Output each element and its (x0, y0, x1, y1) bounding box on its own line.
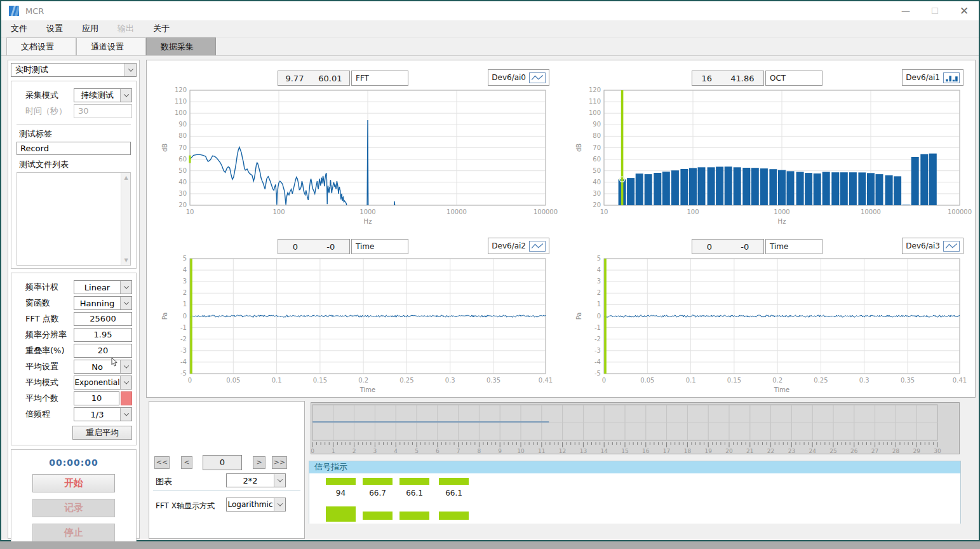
fft-chart-type-box[interactable]: FFT (351, 71, 408, 86)
sidebar: 实时测试 采集模式 持续测试 时间（秒） 30 测试标签 Record (8, 60, 140, 539)
svg-text:50: 50 (593, 167, 601, 174)
time3-chart-type-box[interactable]: Time (765, 239, 822, 254)
record-button: 记录 (32, 499, 115, 517)
chevron-down-icon[interactable] (120, 297, 131, 309)
chevron-down-icon[interactable] (120, 281, 131, 294)
svg-text:11: 11 (538, 448, 545, 454)
freq-weighting-select[interactable]: Linear (74, 280, 132, 294)
time3-cursor-readout: 0 -0 (692, 239, 764, 254)
signal-indicator-panel: 信号指示 94 66.7 66.1 66.1 (309, 461, 961, 524)
svg-text:100: 100 (175, 109, 187, 116)
test-file-list[interactable]: ▲ ▼ (17, 172, 131, 266)
test-label-input[interactable]: Record (17, 142, 131, 155)
chevron-down-icon[interactable] (120, 408, 131, 421)
octave-label: 倍频程 (15, 409, 74, 420)
fft-cursor-readout: 9.77 60.01 (278, 71, 350, 86)
scroll-down-icon[interactable]: ▼ (121, 255, 131, 265)
tab-document-settings[interactable]: 文档设置 (6, 37, 76, 55)
time2-plot[interactable]: -5-4-3-2-101234500.050.10.150.20.250.30.… (147, 255, 561, 396)
close-button[interactable]: ✕ (950, 1, 979, 20)
average-mode-select[interactable]: Exponential (74, 376, 132, 390)
menu-item-about[interactable]: 关于 (144, 20, 179, 37)
chevron-down-icon[interactable] (274, 474, 285, 487)
scroll-up-icon[interactable]: ▲ (121, 173, 131, 182)
file-list-scrollbar[interactable]: ▲ ▼ (121, 173, 130, 265)
fft-points-label: FFT 点数 (15, 313, 74, 325)
chart-layout-select[interactable]: 2*2 (226, 473, 286, 487)
svg-text:10000: 10000 (446, 208, 467, 215)
average-count-input[interactable]: 10 (74, 391, 119, 405)
svg-text:0.05: 0.05 (640, 377, 654, 384)
fft-xaxis-select[interactable]: Logarithmic (226, 498, 286, 512)
menu-item-file[interactable]: 文件 (1, 20, 37, 37)
menu-item-application[interactable]: 应用 (72, 20, 108, 37)
svg-text:10: 10 (186, 208, 194, 215)
svg-text:0.25: 0.25 (399, 377, 413, 384)
time3-plot[interactable]: -5-4-3-2-101234500.050.10.150.20.250.30.… (561, 255, 975, 396)
chevron-down-icon[interactable] (274, 498, 285, 511)
chevron-down-icon[interactable] (124, 64, 136, 76)
fft-points-input[interactable]: 25600 (74, 312, 132, 326)
page-last-button[interactable]: >> (272, 456, 287, 469)
record-timeline[interactable]: 0123456789101112131415161718192021222324… (311, 402, 960, 454)
svg-text:100000: 100000 (948, 208, 972, 215)
svg-text:14: 14 (600, 448, 608, 454)
test-label-caption: 测试标签 (15, 128, 132, 140)
oct-channel-box[interactable]: Dev6/ai1 (902, 69, 963, 86)
time2-channel-box[interactable]: Dev6/ai2 (488, 238, 549, 254)
chevron-down-icon[interactable] (120, 360, 131, 373)
restart-average-button[interactable]: 重启平均 (72, 426, 132, 440)
svg-text:90: 90 (593, 121, 601, 128)
start-button[interactable]: 开始 (32, 474, 115, 492)
acq-mode-select[interactable]: 持续测试 (74, 88, 132, 102)
page-next-button[interactable]: > (253, 456, 265, 469)
svg-text:30: 30 (934, 448, 941, 454)
svg-text:0.05: 0.05 (226, 377, 240, 384)
svg-text:10: 10 (517, 448, 525, 454)
test-mode-select[interactable]: 实时测试 (11, 63, 137, 77)
svg-text:-4: -4 (594, 358, 601, 365)
line-chart-icon (529, 72, 546, 83)
svg-text:6: 6 (436, 448, 440, 454)
svg-text:0.15: 0.15 (313, 377, 327, 384)
oct-chart-cell: 16 41.86 OCT Dev6/ai1 203040506070809010… (561, 60, 975, 229)
menu-item-settings[interactable]: 设置 (37, 20, 72, 37)
signal-activity-bar (439, 512, 469, 520)
oct-plot[interactable]: 2030405060708090100110120101001000100001… (561, 87, 975, 228)
svg-text:50: 50 (178, 167, 187, 174)
time2-chart-type-box[interactable]: Time (351, 239, 408, 254)
signal-level-value: 66.1 (399, 489, 429, 498)
main-content: 实时测试 采集模式 持续测试 时间（秒） 30 测试标签 Record (1, 57, 979, 540)
svg-text:3: 3 (597, 278, 601, 285)
svg-text:25: 25 (829, 448, 836, 454)
fft-channel-box[interactable]: Dev6/ai0 (488, 69, 549, 86)
timeline-plot: 0123456789101112131415161718192021222324… (311, 403, 959, 454)
line-chart-icon (943, 241, 960, 252)
svg-text:-5: -5 (594, 370, 601, 377)
freq-resolution-input[interactable]: 1.95 (74, 328, 132, 342)
minimize-button[interactable]: — (891, 1, 920, 20)
window-function-select[interactable]: Hanning (74, 296, 132, 310)
maximize-button[interactable]: ☐ (920, 1, 950, 20)
svg-text:1: 1 (597, 301, 601, 308)
page-prev-button[interactable]: < (181, 456, 192, 469)
chevron-down-icon[interactable] (120, 376, 131, 389)
overlap-input[interactable]: 20 (74, 344, 132, 358)
display-options-panel: << < 0 > >> 图表 2*2 FFT X轴显示方式 Logarithmi… (149, 401, 305, 539)
average-setting-select[interactable]: No (74, 360, 132, 374)
svg-text:0.41: 0.41 (539, 377, 553, 384)
svg-text:0.1: 0.1 (686, 377, 696, 384)
oct-chart-type-box[interactable]: OCT (765, 71, 822, 86)
fft-plot[interactable]: 2030405060708090100110120101001000100001… (147, 87, 561, 228)
chevron-down-icon[interactable] (120, 89, 131, 102)
time3-channel-box[interactable]: Dev6/ai3 (902, 238, 963, 254)
page-first-button[interactable]: << (154, 456, 170, 469)
svg-text:40: 40 (178, 179, 187, 186)
page-number-box[interactable]: 0 (203, 455, 242, 470)
tab-data-acquisition[interactable]: 数据采集 (146, 37, 216, 55)
svg-text:80: 80 (178, 132, 187, 139)
svg-text:0.35: 0.35 (901, 377, 915, 384)
octave-select[interactable]: 1/3 (74, 407, 132, 421)
average-setting-label: 平均设置 (15, 361, 74, 372)
tab-channel-settings[interactable]: 通道设置 (76, 37, 146, 55)
